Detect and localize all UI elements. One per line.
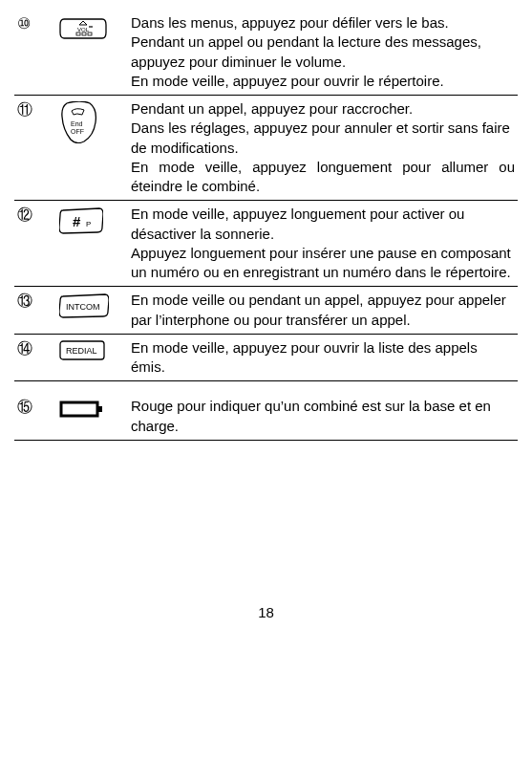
battery-icon bbox=[56, 393, 129, 440]
svg-text:OFF: OFF bbox=[71, 128, 84, 135]
vol-down-icon: VOL bbox=[56, 10, 129, 96]
svg-text:#: # bbox=[73, 213, 81, 229]
row-number: ⑩ bbox=[14, 10, 56, 96]
svg-rect-13 bbox=[61, 402, 97, 416]
row-description: Dans les menus, appuyez pour défiler ver… bbox=[129, 10, 518, 96]
svg-rect-4 bbox=[82, 32, 86, 35]
table-row: ⑫ # P En mode veille, appuyez longuement… bbox=[14, 201, 518, 287]
row-number: ⑬ bbox=[14, 287, 56, 335]
row-description: Rouge pour indiquer qu’un combiné est su… bbox=[129, 393, 518, 440]
svg-rect-14 bbox=[97, 406, 102, 412]
row-description: En mode veille, appuyez longuement pour … bbox=[129, 201, 518, 287]
end-off-icon: End OFF bbox=[56, 96, 129, 201]
hash-key-icon: # P bbox=[56, 201, 129, 287]
table-row: ⑩ VOL Dans les menus, appuyez pour défil… bbox=[14, 10, 518, 96]
svg-text:VOL: VOL bbox=[77, 27, 90, 32]
svg-text:End: End bbox=[71, 120, 83, 127]
row-number: ⑮ bbox=[14, 393, 56, 440]
table-row: ⑮ Rouge pour indiquer qu’un combiné est … bbox=[14, 393, 518, 440]
intcom-key-icon: INTCOM bbox=[56, 287, 129, 335]
svg-text:INTCOM: INTCOM bbox=[66, 302, 100, 312]
row-description: En mode veille ou pendant un appel, appu… bbox=[129, 287, 518, 335]
redial-key-icon: REDIAL bbox=[56, 334, 129, 381]
key-functions-table: ⑩ VOL Dans les menus, appuyez pour défil… bbox=[14, 10, 518, 441]
row-number: ⑭ bbox=[14, 334, 56, 381]
table-gap bbox=[14, 381, 518, 394]
table-row: ⑪ End OFF Pendant un appel, appuyez pour… bbox=[14, 96, 518, 201]
table-row: ⑭ REDIAL En mode veille, appuyez pour ou… bbox=[14, 334, 518, 381]
svg-rect-3 bbox=[76, 32, 80, 35]
svg-text:P: P bbox=[86, 220, 91, 228]
svg-text:REDIAL: REDIAL bbox=[66, 346, 97, 356]
row-description: En mode veille, appuyez pour ouvrir la l… bbox=[129, 334, 518, 381]
page-number: 18 bbox=[14, 603, 518, 622]
svg-rect-5 bbox=[88, 32, 92, 35]
row-number: ⑪ bbox=[14, 96, 56, 201]
svg-marker-0 bbox=[79, 21, 87, 25]
row-number: ⑫ bbox=[14, 201, 56, 287]
row-description: Pendant un appel, appuyez pour raccroche… bbox=[129, 96, 518, 201]
table-row: ⑬ INTCOM En mode veille ou pendant un ap… bbox=[14, 287, 518, 335]
